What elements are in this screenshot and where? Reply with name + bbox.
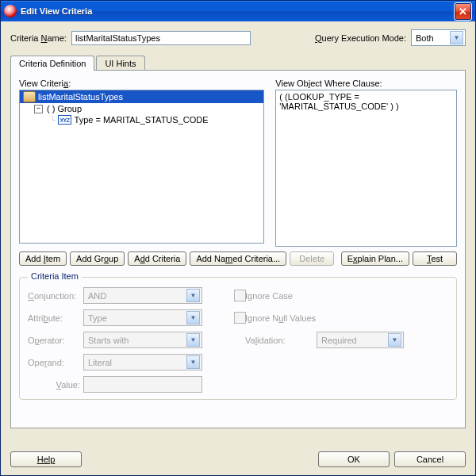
chevron-down-icon: ▼ <box>450 31 463 44</box>
criteria-columns: View Criteria: listMaritalStatusTypes − … <box>19 79 457 247</box>
close-button[interactable]: ✕ <box>454 2 472 21</box>
chevron-down-icon: ▼ <box>186 333 200 347</box>
tree-leaf[interactable]: └ XYZ Type = MARITAL_STATUS_CODE <box>20 114 263 125</box>
tree-leaf-label: Type = MARITAL_STATUS_CODE <box>75 115 209 125</box>
chevron-down-icon: ▼ <box>186 311 200 324</box>
validation-label: Validation: <box>245 336 317 345</box>
tab-bar: Criteria Definition UI Hints <box>10 52 466 70</box>
validation-select: Required▼ <box>317 332 404 348</box>
ignore-null-label: Ignore Null Values <box>245 313 404 323</box>
criteria-buttons-row: Add Item Add Group Add Criteria Add Name… <box>19 251 457 266</box>
ignore-case-label: Ignore Case <box>245 291 404 301</box>
ok-button[interactable]: OK <box>318 451 390 467</box>
operand-select: Literal▼ <box>83 354 202 370</box>
criteria-name-label: Criteria Name: <box>10 33 67 43</box>
ignore-case-checkbox <box>234 290 246 301</box>
tab-panel: View Criteria: listMaritalStatusTypes − … <box>10 70 466 428</box>
tree-group[interactable]: − ( ) Group <box>20 103 263 114</box>
attribute-select: Type▼ <box>83 309 202 326</box>
add-group-button[interactable]: Add Group <box>70 251 125 266</box>
operator-label: Operator: <box>28 336 83 345</box>
collapse-icon[interactable]: − <box>34 105 43 113</box>
criteria-root-icon <box>23 91 36 102</box>
dialog-buttons: Help OK Cancel <box>10 451 466 467</box>
chevron-down-icon: ▼ <box>186 289 200 302</box>
conjunction-label: Conjunction: <box>28 291 83 301</box>
add-item-button[interactable]: Add Item <box>19 251 67 266</box>
cancel-button[interactable]: Cancel <box>394 451 466 467</box>
where-clause-text[interactable]: ( (LOOKUP_TYPE = 'MARITAL_STATUS_CODE' )… <box>275 90 457 247</box>
tree-root[interactable]: listMaritalStatusTypes <box>20 90 263 103</box>
ignore-null-checkbox <box>234 312 246 324</box>
tree-group-label: ( ) Group <box>47 104 82 113</box>
where-clause-col: View Object Where Clause: ( (LOOKUP_TYPE… <box>275 79 457 247</box>
tree-connector: └ <box>50 116 55 124</box>
delete-button: Delete <box>290 251 334 266</box>
titlebar[interactable]: Edit View Criteria ✕ <box>1 1 475 21</box>
chevron-down-icon: ▼ <box>388 333 401 347</box>
tree-root-label: listMaritalStatusTypes <box>38 92 123 102</box>
criteria-name-input[interactable] <box>71 31 251 45</box>
view-criteria-label: View Criteria: <box>19 79 264 88</box>
dialog-body: Criteria Name: Query Execution Mode: Bot… <box>1 21 475 475</box>
explain-plan-button[interactable]: Explain Plan... <box>341 251 409 266</box>
query-mode-label: Query Execution Mode: <box>315 33 406 43</box>
tab-ui-hints[interactable]: UI Hints <box>96 56 144 71</box>
where-clause-label: View Object Where Clause: <box>275 79 457 88</box>
add-named-criteria-button[interactable]: Add Named Criteria... <box>190 251 286 266</box>
view-criteria-tree[interactable]: listMaritalStatusTypes − ( ) Group └ XYZ… <box>19 90 264 244</box>
query-mode-value: Both <box>416 33 434 43</box>
criteria-item-legend: Criteria Item <box>28 271 82 281</box>
help-button[interactable]: Help <box>10 451 82 467</box>
operator-select: Starts with▼ <box>83 332 202 348</box>
dialog-title: Edit View Criteria <box>21 6 454 16</box>
attribute-label: Attribute: <box>28 313 83 323</box>
value-label: Value: <box>28 380 83 390</box>
chevron-down-icon: ▼ <box>186 355 200 369</box>
dialog-window: Edit View Criteria ✕ Criteria Name: Quer… <box>0 0 476 476</box>
criteria-item-group: Criteria Item Conjunction: AND▼ Ignore C… <box>19 277 457 400</box>
tab-criteria-definition[interactable]: Criteria Definition <box>10 56 94 71</box>
criteria-item-form: Conjunction: AND▼ Ignore Case Attribute:… <box>28 287 448 393</box>
conjunction-select: AND▼ <box>83 287 202 304</box>
operand-label: Operand: <box>28 358 83 367</box>
header-row: Criteria Name: Query Execution Mode: Bot… <box>10 29 466 46</box>
query-mode-select[interactable]: Both ▼ <box>411 29 466 46</box>
app-icon <box>4 5 17 17</box>
view-criteria-col: View Criteria: listMaritalStatusTypes − … <box>19 79 264 247</box>
xyz-icon: XYZ <box>58 115 71 125</box>
test-button[interactable]: Test <box>413 251 457 266</box>
value-input <box>83 376 202 393</box>
add-criteria-button[interactable]: Add Criteria <box>128 251 186 266</box>
